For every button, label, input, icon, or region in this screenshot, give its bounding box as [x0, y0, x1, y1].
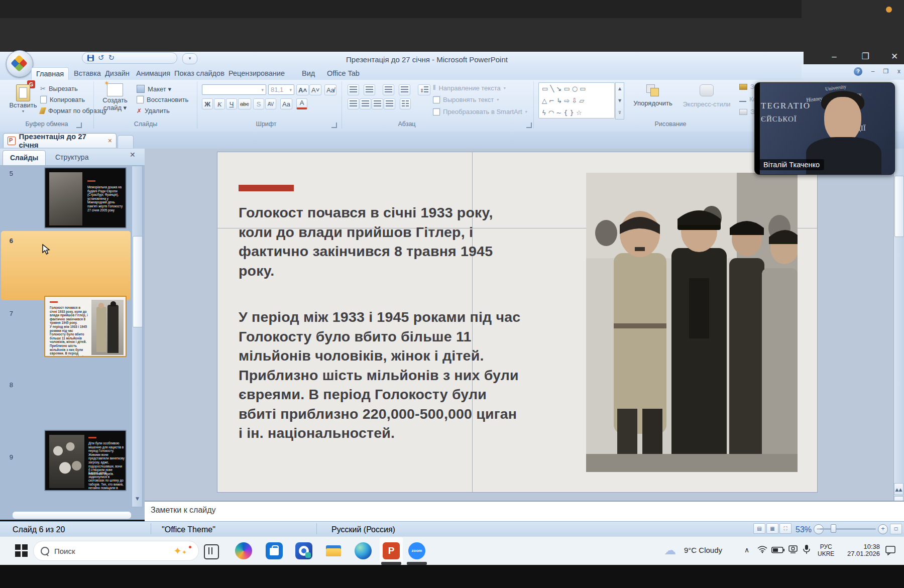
format-painter-button[interactable]: Формат по образцу: [40, 107, 107, 114]
microphone-icon[interactable]: [803, 544, 811, 556]
webcam-overlay[interactable]: University History and Archaeology TEGRA…: [754, 82, 895, 175]
tab-slideshow[interactable]: Показ слайдов: [170, 67, 229, 80]
redo-button[interactable]: ↻: [108, 54, 115, 62]
line-spacing-button[interactable]: ⇕: [418, 84, 430, 95]
zoom-slider-track[interactable]: [820, 528, 876, 530]
zoom-level[interactable]: 53%: [796, 525, 812, 534]
tab-view[interactable]: Вид: [297, 67, 319, 80]
outlook-icon[interactable]: [295, 542, 312, 559]
slide-paragraph-2[interactable]: У період між 1933 і 1945 роками під час …: [239, 307, 530, 443]
window-close-button[interactable]: ✕: [883, 49, 904, 64]
convert-smartart-button[interactable]: Преобразовать в SmartArt ▾: [433, 108, 527, 115]
ppt-restore-button[interactable]: ❐: [880, 67, 892, 76]
slide-photo[interactable]: [586, 173, 798, 472]
tab-animation[interactable]: Анимация: [132, 67, 175, 80]
cast-icon[interactable]: [787, 545, 799, 556]
file-explorer-icon[interactable]: [325, 542, 342, 559]
arrange-button[interactable]: Упорядочить: [629, 84, 677, 107]
bullets-button[interactable]: [348, 84, 359, 95]
zoom-in-button[interactable]: +: [878, 524, 888, 534]
notifications-icon[interactable]: [885, 545, 896, 557]
shapes-gallery[interactable]: ▭ ╲ ↘ ▭ ○ ▭ △ ⌐ ↳ ⇨ ⇩ ▱ ϟ ◠ ~ { } ☆: [538, 82, 615, 119]
justify-button[interactable]: [384, 98, 395, 109]
grow-font-button[interactable]: A˄: [296, 84, 309, 95]
taskbar-search[interactable]: Поиск ✦✦: [33, 541, 199, 561]
help-button[interactable]: ?: [854, 67, 862, 76]
thumbnails-scroll-down-icon[interactable]: ▼: [133, 496, 142, 501]
ppt-close-button[interactable]: x: [893, 67, 904, 76]
font-dialog-launcher[interactable]: [331, 123, 337, 128]
zoom-app-icon[interactable]: zoom: [408, 542, 425, 559]
reset-button[interactable]: Восстановить: [137, 96, 188, 103]
text-shadow-button[interactable]: S: [253, 98, 264, 109]
fit-to-window-button[interactable]: ⛋: [890, 524, 902, 534]
italic-button[interactable]: К: [214, 98, 225, 109]
office-button[interactable]: [6, 50, 33, 77]
tab-office-tab[interactable]: Office Tab: [322, 67, 364, 80]
align-left-button[interactable]: [348, 98, 359, 109]
window-minimize-button[interactable]: –: [823, 49, 846, 64]
start-button[interactable]: [15, 544, 28, 557]
increase-indent-button[interactable]: [399, 84, 410, 95]
tab-design[interactable]: Дизайн: [100, 67, 134, 80]
font-name-combo[interactable]: ▾: [202, 84, 266, 95]
document-tab-close-icon[interactable]: ×: [108, 137, 112, 145]
slide-thumbnail-6[interactable]: Голокост почався в січні 1933 року, коли…: [44, 296, 127, 357]
save-icon[interactable]: [87, 55, 94, 61]
normal-view-button[interactable]: ▤: [753, 523, 765, 534]
thumbnails-scrollbar[interactable]: [132, 166, 143, 507]
paragraph-dialog-launcher[interactable]: [526, 123, 532, 128]
align-text-button[interactable]: Выровнять текст ▾: [433, 96, 499, 103]
tab-outline-pane[interactable]: Структура: [48, 150, 95, 165]
edge-icon[interactable]: [355, 542, 372, 559]
clear-formatting-button[interactable]: Aa̸: [324, 84, 336, 95]
weather-text[interactable]: 9°C Cloudy: [684, 546, 722, 554]
cut-button[interactable]: ✂ Вырезать: [40, 85, 78, 92]
font-color-button[interactable]: А: [296, 98, 307, 109]
underline-button[interactable]: Ч: [226, 98, 237, 109]
slideshow-view-button[interactable]: ⛶: [779, 523, 792, 534]
bold-button[interactable]: Ж: [202, 98, 213, 109]
undo-button[interactable]: ↺: [98, 54, 104, 62]
thumbnails-scrollbar-thumb[interactable]: [133, 236, 143, 327]
slide-thumbnail-7[interactable]: Діти були особливою мішенню для нацистів…: [44, 430, 127, 491]
ppt-minimize-button[interactable]: –: [867, 67, 879, 76]
slide-sorter-view-button[interactable]: ▦: [766, 523, 778, 534]
zoom-slider-handle[interactable]: [831, 524, 836, 533]
tab-slides-pane[interactable]: Слайды: [3, 150, 46, 165]
window-restore-button[interactable]: ❐: [854, 49, 877, 64]
weather-cloud-icon[interactable]: ☁: [664, 543, 676, 557]
columns-button[interactable]: [400, 98, 411, 109]
battery-icon[interactable]: [771, 546, 784, 555]
slide-thumbnail-5[interactable]: Меморіальна дошка на будівлі Ради Європи…: [44, 167, 127, 228]
task-view-icon[interactable]: [204, 544, 219, 559]
shrink-font-button[interactable]: A˅: [309, 84, 321, 95]
copilot-icon[interactable]: [235, 542, 252, 559]
clock[interactable]: 10:38 27.01.2026: [842, 543, 880, 557]
layout-button[interactable]: Макет ▾: [137, 85, 171, 93]
main-scrollbar-thumb[interactable]: [894, 176, 904, 237]
slide-paragraph-1[interactable]: Голокост почався в січні 1933 року, коли…: [239, 203, 520, 280]
wifi-icon[interactable]: [757, 545, 767, 555]
panel-splitter[interactable]: [12, 511, 132, 519]
delete-slide-button[interactable]: ✗ Удалить: [137, 107, 170, 114]
tray-chevron-icon[interactable]: ∧: [744, 546, 749, 554]
font-size-combo[interactable]: 81,1▾: [268, 84, 294, 95]
text-direction-button[interactable]: ⫴ Направление текста ▾: [433, 84, 506, 92]
shapes-scroll[interactable]: ▲▼⊽: [615, 82, 624, 120]
tab-review[interactable]: Рецензирование: [224, 67, 289, 80]
paste-button[interactable]: Вставить ▾: [9, 84, 37, 113]
align-right-button[interactable]: [372, 98, 383, 109]
document-tab[interactable]: Презентація до 27 січня ×: [3, 133, 117, 148]
powerpoint-icon[interactable]: P: [383, 542, 400, 559]
status-language[interactable]: Русский (Россия): [331, 525, 395, 534]
language-indicator[interactable]: РУС UKRE: [818, 543, 834, 557]
decrease-indent-button[interactable]: [383, 84, 394, 95]
notes-pane[interactable]: [145, 501, 904, 522]
change-case-button[interactable]: Aa: [280, 98, 292, 109]
previous-slide-button[interactable]: ▲▲: [894, 483, 903, 495]
microsoft-store-icon[interactable]: [266, 542, 283, 559]
numbering-button[interactable]: [364, 84, 375, 95]
panel-close-button[interactable]: ✕: [130, 151, 136, 159]
new-slide-button[interactable]: ✶ Создать слайд ▾: [98, 83, 132, 111]
